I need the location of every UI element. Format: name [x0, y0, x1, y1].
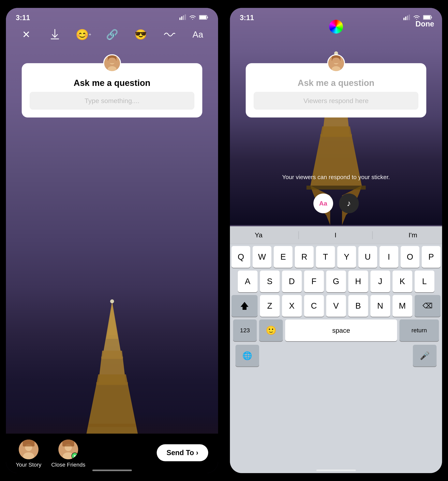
svg-rect-41: [404, 18, 404, 20]
your-story-avatar: [19, 440, 38, 459]
space-key[interactable]: space: [285, 319, 397, 341]
numbers-key[interactable]: 123: [233, 319, 257, 341]
key-l[interactable]: L: [415, 271, 434, 292]
key-row-2: A S D F G H J K L: [232, 271, 441, 292]
right-screen: 3:11 Done: [230, 8, 442, 473]
key-s[interactable]: S: [260, 271, 280, 292]
key-k[interactable]: K: [393, 271, 412, 292]
svg-rect-7: [88, 424, 136, 427]
close-button[interactable]: ✕: [19, 28, 33, 41]
question-placeholder: Type something....: [85, 97, 140, 105]
svg-rect-26: [23, 440, 35, 446]
mic-key[interactable]: 🎤: [413, 345, 437, 367]
key-e[interactable]: E: [274, 246, 293, 268]
svg-rect-11: [179, 18, 181, 20]
close-friends-option[interactable]: ★ Close Friends: [51, 440, 85, 468]
key-x[interactable]: X: [282, 295, 302, 317]
shift-key[interactable]: [232, 295, 257, 317]
key-g[interactable]: G: [326, 271, 346, 292]
keyboard-rows: Q W E R T Y U I O P A S D F G: [230, 244, 442, 368]
link-icon[interactable]: 🔗: [105, 28, 119, 41]
suggestion-ya[interactable]: Ya: [249, 229, 268, 241]
toolbar: ✕ 😊+ 🔗 😎 Aa: [6, 24, 218, 45]
key-z[interactable]: Z: [260, 295, 280, 317]
battery-icon: [199, 15, 208, 21]
svg-marker-2: [102, 301, 122, 359]
key-t[interactable]: T: [316, 246, 335, 268]
right-signal-icon: [404, 15, 410, 21]
svg-rect-18: [51, 38, 59, 39]
squiggle-icon[interactable]: [162, 28, 176, 41]
keyboard-suggestions: Ya I I'm: [230, 226, 442, 244]
close-friends-badge: ★: [72, 452, 78, 459]
return-key[interactable]: return: [399, 319, 439, 341]
right-question-sticker-card[interactable]: Ask me a question Viewers respond here: [246, 63, 426, 118]
question-sticker-card[interactable]: Ask me a question Type something....: [22, 63, 202, 118]
delete-key[interactable]: ⌫: [415, 295, 441, 317]
text-style-button[interactable]: Aa: [313, 194, 333, 213]
svg-rect-39: [307, 186, 366, 189]
svg-rect-46: [424, 16, 430, 19]
svg-point-49: [333, 59, 339, 64]
your-story-avatar-inner: [19, 440, 38, 459]
right-viewers-placeholder: Viewers respond here: [303, 97, 368, 105]
emoji-key[interactable]: 🙂: [259, 319, 283, 341]
svg-rect-13: [183, 15, 184, 20]
bottom-bar: Your Story ★ Clos: [6, 434, 218, 473]
right-status-icons: [404, 15, 432, 21]
svg-rect-30: [62, 440, 74, 446]
svg-rect-17: [207, 17, 208, 18]
text-music-row: Aa ♪: [230, 194, 442, 213]
key-m[interactable]: M: [393, 295, 412, 317]
sticker-icon[interactable]: 😎: [134, 28, 148, 41]
emoji-add-icon[interactable]: 😊+: [77, 28, 90, 41]
key-j[interactable]: J: [370, 271, 390, 292]
question-input[interactable]: Type something....: [29, 92, 194, 110]
svg-point-20: [109, 59, 115, 64]
close-friends-label: Close Friends: [51, 462, 85, 468]
key-h[interactable]: H: [348, 271, 368, 292]
key-f[interactable]: F: [304, 271, 324, 292]
keyboard: Ya I I'm Q W E R T Y U I O: [230, 226, 442, 473]
key-d[interactable]: D: [282, 271, 302, 292]
key-c[interactable]: C: [304, 295, 324, 317]
key-r[interactable]: R: [295, 246, 314, 268]
svg-rect-51: [332, 55, 340, 61]
send-to-button[interactable]: Send To ›: [157, 444, 208, 461]
svg-rect-47: [431, 17, 432, 18]
key-o[interactable]: O: [401, 246, 419, 268]
suggestion-divider-1: [298, 231, 299, 239]
key-p[interactable]: P: [422, 246, 441, 268]
signal-icon: [179, 15, 186, 21]
key-b[interactable]: B: [348, 295, 368, 317]
key-u[interactable]: U: [358, 246, 377, 268]
send-to-arrow: ›: [196, 449, 198, 457]
text-format-icon[interactable]: Aa: [191, 28, 205, 41]
svg-rect-22: [108, 55, 117, 61]
key-w[interactable]: W: [253, 246, 271, 268]
key-i[interactable]: I: [380, 246, 398, 268]
right-phone: 3:11 Done: [224, 0, 448, 481]
status-bar: 3:11: [6, 8, 218, 24]
suggestion-i[interactable]: I: [329, 229, 342, 241]
key-q[interactable]: Q: [232, 246, 250, 268]
key-v[interactable]: V: [326, 295, 346, 317]
right-user-avatar: [327, 54, 345, 72]
svg-rect-42: [405, 17, 406, 20]
key-a[interactable]: A: [238, 271, 257, 292]
status-icons: [179, 15, 208, 21]
right-status-bar: 3:11: [230, 8, 442, 24]
globe-key[interactable]: 🌐: [235, 345, 259, 367]
key-n[interactable]: N: [370, 295, 390, 317]
suggestion-im[interactable]: I'm: [403, 229, 423, 241]
your-story-label: Your Story: [16, 462, 41, 468]
send-to-label: Send To: [167, 449, 194, 457]
download-icon[interactable]: [48, 28, 62, 41]
key-y[interactable]: Y: [337, 246, 356, 268]
your-story-option[interactable]: Your Story: [16, 440, 41, 468]
music-button[interactable]: ♪: [339, 194, 359, 213]
svg-rect-6: [96, 382, 128, 385]
right-question-input[interactable]: Viewers respond here: [254, 92, 419, 110]
svg-rect-37: [320, 134, 352, 137]
star-icon: ★: [73, 454, 76, 458]
